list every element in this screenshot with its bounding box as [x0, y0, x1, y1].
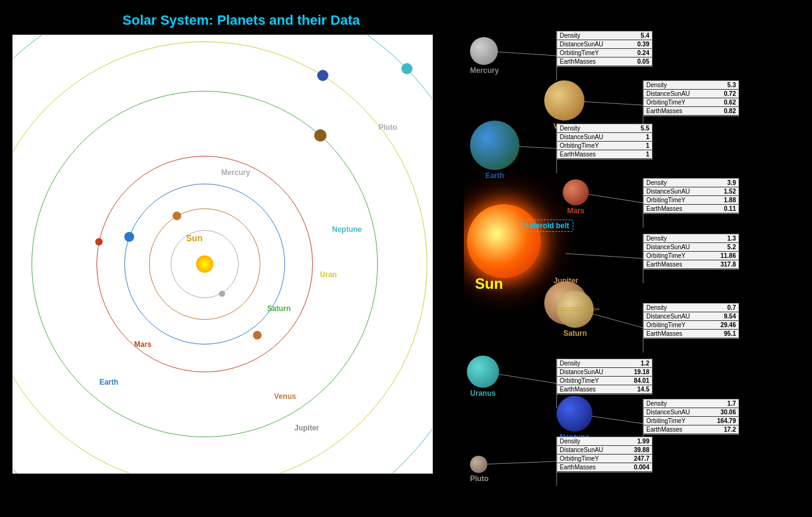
planet-dot-Jupiter — [253, 331, 262, 340]
planet-data-Mars: Density3.9DistanceSunAU1.52OrbitingTimeY… — [643, 178, 739, 214]
planet-name-Saturn: Saturn — [557, 329, 594, 338]
data-row-Uranus-Density: Density1.2 — [557, 359, 652, 368]
data-row-Mars-DistanceSunAU: DistanceSunAU1.52 — [644, 187, 738, 196]
data-row-Mars-OrbitingTimeY: OrbitingTimeY1.88 — [644, 196, 738, 205]
data-row-Mercury-Density: Density5.4 — [557, 32, 652, 40]
planet-name-Mercury: Mercury — [470, 66, 498, 75]
data-row-Mars-EarthMasses: EarthMasses0.11 — [644, 205, 738, 213]
data-row-Earth-EarthMasses: EarthMasses1 — [557, 150, 652, 159]
data-row-Earth-OrbitingTimeY: OrbitingTimeY1 — [557, 142, 652, 150]
data-row-Earth-DistanceSunAU: DistanceSunAU1 — [557, 133, 652, 142]
planet-image-Uranus — [467, 356, 499, 388]
data-row-Saturn-Density: Density0.7 — [644, 304, 738, 312]
data-row-Uranus-EarthMasses: EarthMasses14.5 — [557, 385, 652, 394]
saturn-ring — [550, 307, 600, 310]
planet-label-Pluto: Pluto — [378, 123, 397, 132]
planet-data-Jupiter: Density1.3DistanceSunAU5.2OrbitingTimeY1… — [643, 234, 739, 270]
planet-name-Earth: Earth — [470, 171, 519, 180]
data-row-Saturn-EarthMasses: EarthMasses95.1 — [644, 330, 738, 338]
data-row-Venus-EarthMasses: EarthMasses0.82 — [644, 107, 738, 116]
data-row-Neptune-OrbitingTimeY: OrbitingTimeY164.79 — [644, 417, 738, 425]
orbit-Pluto_orbit — [12, 35, 433, 474]
planet-label-Jupiter-diagram: Jupiter — [294, 424, 319, 432]
planet-data-Pluto: Density1.99DistanceSunAU39.88OrbitingTim… — [557, 437, 652, 472]
data-row-Mars-Density: Density3.9 — [644, 179, 738, 187]
sun-label-right: Sun — [475, 275, 503, 293]
left-panel: Solar System: Planets and their Data Sun… — [0, 0, 464, 517]
data-row-Jupiter-DistanceSunAU: DistanceSunAU5.2 — [644, 243, 738, 252]
planet-image-Neptune — [557, 396, 592, 432]
planet-image-Mercury — [470, 37, 498, 65]
planet-data-Mercury: Density5.4DistanceSunAU0.39OrbitingTimeY… — [557, 31, 652, 67]
main-container: Solar System: Planets and their Data Sun… — [0, 0, 812, 517]
asteroid-belt-label: Asteroid belt — [519, 220, 573, 232]
data-row-Mercury-OrbitingTimeY: OrbitingTimeY0.24 — [557, 49, 652, 58]
planet-data-Neptune: Density1.7DistanceSunAU30.06OrbitingTime… — [643, 399, 739, 435]
planet-name-Mars: Mars — [563, 207, 589, 215]
data-row-Mercury-DistanceSunAU: DistanceSunAU0.39 — [557, 40, 652, 49]
planet-name-Uranus: Uranus — [467, 389, 499, 398]
data-row-Pluto-OrbitingTimeY: OrbitingTimeY247.7 — [557, 455, 652, 463]
data-row-Venus-OrbitingTimeY: OrbitingTimeY0.62 — [644, 98, 738, 107]
solar-diagram: SunMercuryVenusEarthMarsSaturnUranNeptun… — [12, 35, 433, 474]
planet-data-Venus: Density5.3DistanceSunAU0.72OrbitingTimeY… — [643, 80, 739, 116]
data-row-Pluto-Density: Density1.99 — [557, 437, 652, 446]
data-row-Jupiter-OrbitingTimeY: OrbitingTimeY11.86 — [644, 252, 738, 260]
data-row-Saturn-DistanceSunAU: DistanceSunAU9.54 — [644, 312, 738, 321]
data-row-Jupiter-Density: Density1.3 — [644, 234, 738, 243]
data-row-Uranus-DistanceSunAU: DistanceSunAU19.18 — [557, 368, 652, 377]
svg-line-24 — [479, 461, 557, 464]
planet-data-Saturn: Density0.7DistanceSunAU9.54OrbitingTimeY… — [643, 303, 739, 339]
planet-image-Pluto — [470, 456, 487, 473]
planet-image-Mars — [563, 179, 589, 205]
data-row-Pluto-DistanceSunAU: DistanceSunAU39.88 — [557, 446, 652, 455]
planet-name-Pluto: Pluto — [470, 474, 487, 483]
data-row-Mercury-EarthMasses: EarthMasses0.05 — [557, 58, 652, 66]
data-row-Neptune-Density: Density1.7 — [644, 400, 738, 408]
planet-image-Earth — [470, 121, 519, 170]
planet-name-Jupiter: Jupiter — [544, 276, 588, 285]
data-row-Uranus-OrbitingTimeY: OrbitingTimeY84.01 — [557, 377, 652, 385]
data-row-Venus-DistanceSunAU: DistanceSunAU0.72 — [644, 90, 738, 98]
planet-image-Venus — [544, 80, 584, 121]
data-row-Neptune-EarthMasses: EarthMasses17.2 — [644, 425, 738, 434]
data-row-Neptune-DistanceSunAU: DistanceSunAU30.06 — [644, 408, 738, 417]
svg-line-16 — [566, 254, 643, 258]
planet-data-Earth: Density5.5DistanceSunAU1OrbitingTimeY1Ea… — [557, 124, 652, 160]
diagram-title: Solar System: Planets and their Data — [31, 12, 451, 28]
data-row-Jupiter-EarthMasses: EarthMasses317.8 — [644, 260, 738, 269]
right-panel: Sun Asteroid beltMercuryDensity5.4Distan… — [464, 0, 812, 517]
data-row-Pluto-EarthMasses: EarthMasses0.004 — [557, 463, 652, 472]
data-row-Earth-Density: Density5.5 — [557, 124, 652, 133]
data-row-Venus-Density: Density5.3 — [644, 81, 738, 90]
planet-data-Uranus: Density1.2DistanceSunAU19.18OrbitingTime… — [557, 359, 652, 395]
sun-visual-right: Sun — [464, 179, 544, 303]
data-row-Saturn-OrbitingTimeY: OrbitingTimeY29.46 — [644, 321, 738, 330]
